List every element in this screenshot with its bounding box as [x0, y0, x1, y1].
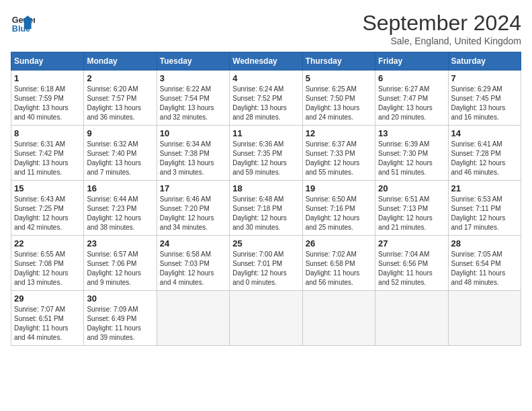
table-row — [230, 291, 302, 346]
calendar-body: 1 Sunrise: 6:18 AMSunset: 7:59 PMDayligh… — [11, 71, 521, 346]
day-number: 28 — [451, 238, 518, 248]
table-row: 26 Sunrise: 7:02 AMSunset: 6:58 PMDaylig… — [302, 236, 375, 291]
day-number: 23 — [87, 238, 153, 248]
table-row — [448, 291, 521, 346]
day-number: 19 — [306, 183, 372, 193]
day-number: 12 — [306, 128, 372, 138]
day-info: Sunrise: 6:25 AMSunset: 7:50 PMDaylight:… — [306, 85, 360, 121]
calendar-header-row: Sunday Monday Tuesday Wednesday Thursday… — [11, 52, 521, 71]
table-row: 5 Sunrise: 6:25 AMSunset: 7:50 PMDayligh… — [302, 71, 375, 126]
day-number: 4 — [232, 73, 299, 83]
calendar-week-row: 15 Sunrise: 6:43 AMSunset: 7:25 PMDaylig… — [11, 181, 521, 236]
table-row: 20 Sunrise: 6:51 AMSunset: 7:13 PMDaylig… — [375, 181, 448, 236]
day-number: 26 — [306, 238, 372, 248]
table-row: 30 Sunrise: 7:09 AMSunset: 6:49 PMDaylig… — [84, 291, 157, 346]
day-info: Sunrise: 7:04 AMSunset: 6:56 PMDaylight:… — [378, 250, 433, 286]
table-row: 9 Sunrise: 6:32 AMSunset: 7:40 PMDayligh… — [84, 126, 157, 181]
table-row — [157, 291, 229, 346]
day-info: Sunrise: 6:27 AMSunset: 7:47 PMDaylight:… — [378, 85, 433, 121]
calendar: Sunday Monday Tuesday Wednesday Thursday… — [11, 52, 521, 346]
table-row: 15 Sunrise: 6:43 AMSunset: 7:25 PMDaylig… — [11, 181, 84, 236]
table-row: 23 Sunrise: 6:57 AMSunset: 7:06 PMDaylig… — [84, 236, 157, 291]
table-row: 10 Sunrise: 6:34 AMSunset: 7:38 PMDaylig… — [157, 126, 229, 181]
col-thursday: Thursday — [302, 52, 375, 71]
day-info: Sunrise: 6:18 AMSunset: 7:59 PMDaylight:… — [14, 85, 69, 121]
day-info: Sunrise: 6:32 AMSunset: 7:40 PMDaylight:… — [87, 140, 141, 176]
day-info: Sunrise: 6:31 AMSunset: 7:42 PMDaylight:… — [14, 140, 69, 176]
day-number: 17 — [160, 183, 226, 193]
calendar-week-row: 1 Sunrise: 6:18 AMSunset: 7:59 PMDayligh… — [11, 71, 521, 126]
table-row: 2 Sunrise: 6:20 AMSunset: 7:57 PMDayligh… — [84, 71, 157, 126]
day-info: Sunrise: 6:29 AMSunset: 7:45 PMDaylight:… — [451, 85, 506, 121]
day-info: Sunrise: 6:36 AMSunset: 7:35 PMDaylight:… — [232, 140, 287, 176]
day-number: 3 — [160, 73, 226, 83]
day-info: Sunrise: 6:48 AMSunset: 7:18 PMDaylight:… — [232, 195, 287, 231]
day-info: Sunrise: 6:22 AMSunset: 7:54 PMDaylight:… — [160, 85, 214, 121]
calendar-week-row: 8 Sunrise: 6:31 AMSunset: 7:42 PMDayligh… — [11, 126, 521, 181]
day-info: Sunrise: 6:43 AMSunset: 7:25 PMDaylight:… — [14, 195, 69, 231]
table-row: 27 Sunrise: 7:04 AMSunset: 6:56 PMDaylig… — [375, 236, 448, 291]
day-info: Sunrise: 6:44 AMSunset: 7:23 PMDaylight:… — [87, 195, 141, 231]
logo: General Blue — [11, 11, 35, 35]
table-row: 21 Sunrise: 6:53 AMSunset: 7:11 PMDaylig… — [448, 181, 521, 236]
day-number: 11 — [232, 128, 299, 138]
day-number: 1 — [14, 73, 81, 83]
day-info: Sunrise: 7:02 AMSunset: 6:58 PMDaylight:… — [306, 250, 360, 286]
day-info: Sunrise: 6:20 AMSunset: 7:57 PMDaylight:… — [87, 85, 141, 121]
day-info: Sunrise: 7:05 AMSunset: 6:54 PMDaylight:… — [451, 250, 506, 286]
day-info: Sunrise: 6:41 AMSunset: 7:28 PMDaylight:… — [451, 140, 506, 176]
day-info: Sunrise: 6:57 AMSunset: 7:06 PMDaylight:… — [87, 250, 141, 286]
day-number: 5 — [306, 73, 372, 83]
table-row: 14 Sunrise: 6:41 AMSunset: 7:28 PMDaylig… — [448, 126, 521, 181]
day-number: 14 — [451, 128, 518, 138]
col-tuesday: Tuesday — [157, 52, 229, 71]
location: Sale, England, United Kingdom — [362, 36, 521, 46]
col-friday: Friday — [375, 52, 448, 71]
col-wednesday: Wednesday — [230, 52, 302, 71]
table-row: 4 Sunrise: 6:24 AMSunset: 7:52 PMDayligh… — [230, 71, 302, 126]
month-title: September 2024 — [362, 11, 521, 36]
col-saturday: Saturday — [448, 52, 521, 71]
day-number: 6 — [378, 73, 445, 83]
day-number: 30 — [87, 293, 153, 304]
col-sunday: Sunday — [11, 52, 84, 71]
day-info: Sunrise: 6:39 AMSunset: 7:30 PMDaylight:… — [378, 140, 433, 176]
table-row: 17 Sunrise: 6:46 AMSunset: 7:20 PMDaylig… — [157, 181, 229, 236]
day-number: 21 — [451, 183, 518, 193]
day-number: 22 — [14, 238, 81, 248]
day-number: 8 — [14, 128, 81, 138]
day-number: 16 — [87, 183, 153, 193]
day-number: 7 — [451, 73, 518, 83]
table-row: 29 Sunrise: 7:07 AMSunset: 6:51 PMDaylig… — [11, 291, 84, 346]
table-row: 12 Sunrise: 6:37 AMSunset: 7:33 PMDaylig… — [302, 126, 375, 181]
table-row: 22 Sunrise: 6:55 AMSunset: 7:08 PMDaylig… — [11, 236, 84, 291]
day-number: 20 — [378, 183, 445, 193]
calendar-week-row: 22 Sunrise: 6:55 AMSunset: 7:08 PMDaylig… — [11, 236, 521, 291]
table-row — [375, 291, 448, 346]
table-row: 16 Sunrise: 6:44 AMSunset: 7:23 PMDaylig… — [84, 181, 157, 236]
table-row: 28 Sunrise: 7:05 AMSunset: 6:54 PMDaylig… — [448, 236, 521, 291]
title-section: September 2024 Sale, England, United Kin… — [362, 11, 521, 46]
table-row: 6 Sunrise: 6:27 AMSunset: 7:47 PMDayligh… — [375, 71, 448, 126]
day-number: 18 — [232, 183, 299, 193]
day-info: Sunrise: 6:53 AMSunset: 7:11 PMDaylight:… — [451, 195, 506, 231]
day-number: 15 — [14, 183, 81, 193]
day-info: Sunrise: 6:37 AMSunset: 7:33 PMDaylight:… — [306, 140, 360, 176]
day-info: Sunrise: 6:51 AMSunset: 7:13 PMDaylight:… — [378, 195, 433, 231]
table-row — [302, 291, 375, 346]
day-info: Sunrise: 6:58 AMSunset: 7:03 PMDaylight:… — [160, 250, 214, 286]
day-number: 24 — [160, 238, 226, 248]
header: General Blue September 2024 Sale, Englan… — [11, 11, 521, 46]
day-number: 10 — [160, 128, 226, 138]
table-row: 24 Sunrise: 6:58 AMSunset: 7:03 PMDaylig… — [157, 236, 229, 291]
table-row: 3 Sunrise: 6:22 AMSunset: 7:54 PMDayligh… — [157, 71, 229, 126]
table-row: 1 Sunrise: 6:18 AMSunset: 7:59 PMDayligh… — [11, 71, 84, 126]
table-row: 19 Sunrise: 6:50 AMSunset: 7:16 PMDaylig… — [302, 181, 375, 236]
day-info: Sunrise: 6:55 AMSunset: 7:08 PMDaylight:… — [14, 250, 69, 286]
day-info: Sunrise: 6:50 AMSunset: 7:16 PMDaylight:… — [306, 195, 360, 231]
day-number: 29 — [14, 293, 81, 304]
day-info: Sunrise: 6:46 AMSunset: 7:20 PMDaylight:… — [160, 195, 214, 231]
table-row: 25 Sunrise: 7:00 AMSunset: 7:01 PMDaylig… — [230, 236, 302, 291]
table-row: 7 Sunrise: 6:29 AMSunset: 7:45 PMDayligh… — [448, 71, 521, 126]
day-info: Sunrise: 7:09 AMSunset: 6:49 PMDaylight:… — [87, 306, 141, 341]
